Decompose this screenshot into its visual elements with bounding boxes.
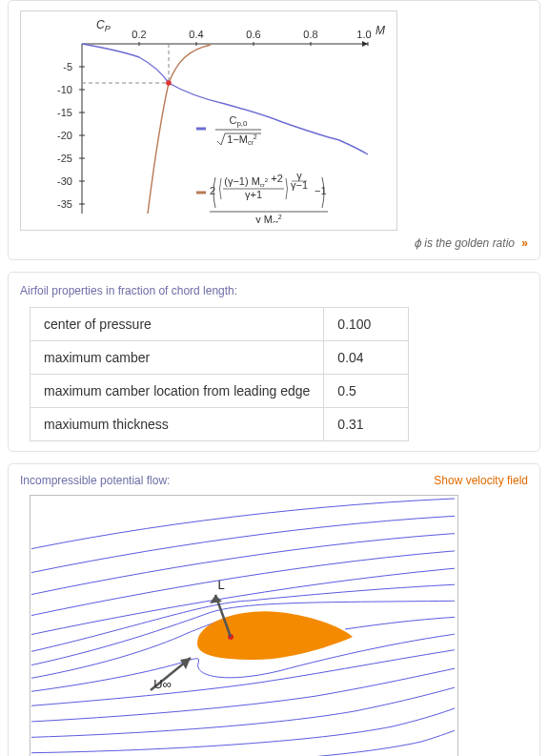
table-row: maximum camber 0.04 <box>30 341 409 375</box>
cp-chart-frame: 0.2 0.4 0.6 0.8 1.0 -5 -10 -15 -20 -25 -… <box>20 10 397 231</box>
svg-text:0.8: 0.8 <box>303 29 317 40</box>
svg-text:-30: -30 <box>57 175 72 187</box>
svg-text:2: 2 <box>210 185 215 196</box>
svg-text:1−Mcr2: 1−Mcr2 <box>227 133 257 146</box>
x-axis-label: Mcr <box>375 24 385 39</box>
golden-ratio-note: ϕ is the golden ratio » <box>20 236 528 250</box>
prop-value: 0.100 <box>324 308 409 341</box>
prop-label: maxiumum thickness <box>30 408 324 441</box>
intersection-dot <box>166 80 172 86</box>
flow-plot: L U∞ <box>30 496 456 756</box>
freestream-arrow: U∞ <box>151 658 191 691</box>
svg-text:-25: -25 <box>57 153 72 164</box>
airfoil-shape <box>197 611 353 660</box>
svg-text:−1: −1 <box>315 185 327 196</box>
prop-label: maximum camber location from leading edg… <box>30 375 324 408</box>
svg-text:-35: -35 <box>57 198 72 210</box>
table-row: maxiumum thickness 0.31 <box>30 408 409 441</box>
svg-text:-15: -15 <box>57 107 72 118</box>
airfoil-props-card: Airfoil properties in fraction of chord … <box>8 272 540 452</box>
svg-text:-5: -5 <box>63 61 72 72</box>
svg-marker-2 <box>362 41 368 47</box>
prop-value: 0.31 <box>324 408 409 441</box>
airfoil-props-table: center of pressure 0.100 maximum camber … <box>30 307 409 441</box>
flow-card: Incompressible potential flow: Show velo… <box>8 463 540 756</box>
svg-text:Cp,0: Cp,0 <box>229 114 248 128</box>
prop-label: center of pressure <box>30 308 324 341</box>
prop-value: 0.5 <box>324 375 409 408</box>
table-row: center of pressure 0.100 <box>30 308 409 341</box>
cp-chart: 0.2 0.4 0.6 0.8 1.0 -5 -10 -15 -20 -25 -… <box>25 15 385 223</box>
svg-text:-20: -20 <box>57 130 72 141</box>
table-row: maximum camber location from leading edg… <box>30 375 409 408</box>
freestream-label: U∞ <box>153 677 172 691</box>
cp-chart-card: 0.2 0.4 0.6 0.8 1.0 -5 -10 -15 -20 -25 -… <box>8 0 540 260</box>
y-axis-label: CP <box>96 18 111 33</box>
series-blue <box>82 44 368 154</box>
flow-frame: L U∞ <box>30 495 458 756</box>
svg-text:γ+1: γ+1 <box>245 189 262 200</box>
lift-label: L <box>217 578 224 592</box>
svg-text:0.4: 0.4 <box>189 29 203 40</box>
prop-value: 0.04 <box>324 341 409 375</box>
svg-text:γ−1: γ−1 <box>291 179 308 191</box>
svg-text:0.6: 0.6 <box>246 29 260 40</box>
svg-text:(γ−1) Mcr2 +2: (γ−1) Mcr2 +2 <box>224 173 283 188</box>
chevron-icon[interactable]: » <box>521 236 528 250</box>
svg-text:-10: -10 <box>57 84 72 95</box>
svg-text:γ Mcr2: γ Mcr2 <box>255 214 282 223</box>
svg-text:1.0: 1.0 <box>356 29 371 40</box>
svg-text:0.2: 0.2 <box>132 29 146 40</box>
flow-title: Incompressible potential flow: <box>20 474 170 487</box>
show-velocity-link[interactable]: Show velocity field <box>434 474 528 487</box>
golden-ratio-text: ϕ is the golden ratio <box>414 236 515 250</box>
airfoil-props-title: Airfoil properties in fraction of chord … <box>20 284 528 297</box>
prop-label: maximum camber <box>30 341 324 375</box>
